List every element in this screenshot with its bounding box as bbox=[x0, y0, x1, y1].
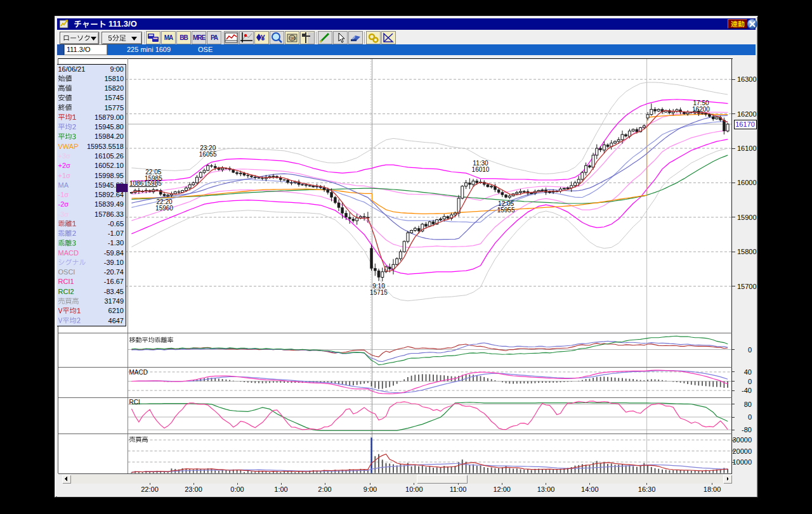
svg-text:13:00: 13:00 bbox=[537, 485, 555, 493]
svg-text:16200: 16200 bbox=[737, 110, 757, 118]
svg-text:16200: 16200 bbox=[692, 106, 710, 113]
svg-text:-20.74: -20.74 bbox=[104, 268, 124, 276]
svg-text:-2σ: -2σ bbox=[58, 200, 69, 208]
svg-text:-40: -40 bbox=[742, 387, 752, 394]
svg-text:MACD: MACD bbox=[129, 369, 148, 376]
svg-text:RCI2: RCI2 bbox=[58, 288, 74, 295]
svg-text:-1σ: -1σ bbox=[58, 191, 69, 198]
svg-text:15820: 15820 bbox=[104, 84, 124, 92]
svg-text:15879.00: 15879.00 bbox=[95, 113, 124, 121]
svg-text:9:00: 9:00 bbox=[110, 65, 124, 73]
svg-text:-59.84: -59.84 bbox=[104, 249, 124, 257]
svg-text:15810: 15810 bbox=[104, 75, 124, 82]
svg-text:4647: 4647 bbox=[108, 317, 124, 324]
svg-text:16105.26: 16105.26 bbox=[95, 152, 124, 160]
svg-text:-80: -80 bbox=[742, 426, 752, 434]
svg-text:20000: 20000 bbox=[732, 447, 752, 455]
svg-text:11:00: 11:00 bbox=[450, 485, 467, 493]
svg-text:12:00: 12:00 bbox=[493, 485, 511, 493]
svg-text:15998.95: 15998.95 bbox=[95, 172, 124, 179]
svg-text:1086: 1086 bbox=[129, 180, 144, 187]
svg-text:16055: 16055 bbox=[199, 151, 217, 158]
svg-text:30000: 30000 bbox=[732, 436, 752, 444]
svg-text:-3σ: -3σ bbox=[58, 210, 69, 218]
svg-text:15745: 15745 bbox=[104, 94, 124, 101]
svg-text:22:00: 22:00 bbox=[141, 485, 159, 493]
svg-text:0:00: 0:00 bbox=[230, 485, 244, 493]
svg-text:9:00: 9:00 bbox=[363, 485, 377, 493]
svg-text:31749: 31749 bbox=[104, 297, 124, 305]
svg-text:VWAP: VWAP bbox=[58, 143, 79, 150]
svg-text:18:00: 18:00 bbox=[704, 485, 721, 493]
svg-text:10:00: 10:00 bbox=[405, 485, 423, 493]
svg-text:-1.30: -1.30 bbox=[108, 239, 124, 247]
svg-text:15984.20: 15984.20 bbox=[95, 132, 124, 140]
svg-text:RCI1: RCI1 bbox=[58, 278, 74, 285]
svg-text:16170: 16170 bbox=[735, 120, 755, 128]
svg-text:15800: 15800 bbox=[737, 248, 757, 255]
svg-text:15775: 15775 bbox=[104, 104, 124, 112]
svg-text:-83.45: -83.45 bbox=[104, 288, 124, 295]
svg-text:16/06/21: 16/06/21 bbox=[58, 65, 86, 73]
svg-text:0: 0 bbox=[748, 346, 752, 354]
svg-text:15715: 15715 bbox=[370, 289, 388, 296]
svg-text:+3σ: +3σ bbox=[58, 152, 71, 160]
svg-text:15953.5518: 15953.5518 bbox=[87, 143, 124, 150]
svg-text:0: 0 bbox=[748, 413, 752, 421]
svg-text:16010: 16010 bbox=[472, 166, 490, 173]
svg-text:16100: 16100 bbox=[737, 145, 757, 152]
svg-text:OSCI: OSCI bbox=[58, 268, 75, 276]
svg-text:2:00: 2:00 bbox=[318, 485, 331, 493]
svg-text:90: 90 bbox=[291, 35, 296, 41]
svg-text:15900: 15900 bbox=[737, 214, 757, 221]
svg-text:¥: ¥ bbox=[261, 34, 265, 42]
svg-text:15892.64: 15892.64 bbox=[95, 191, 124, 198]
svg-text:MACD: MACD bbox=[58, 249, 79, 257]
svg-text:23:00: 23:00 bbox=[185, 485, 202, 493]
svg-text:+1σ: +1σ bbox=[58, 172, 71, 179]
svg-text:80: 80 bbox=[744, 401, 752, 408]
svg-text:RCI: RCI bbox=[129, 399, 140, 406]
svg-text:15839.49: 15839.49 bbox=[95, 200, 124, 208]
svg-text:16052.10: 16052.10 bbox=[95, 162, 124, 169]
svg-text:-1.07: -1.07 bbox=[108, 229, 124, 237]
svg-text:0: 0 bbox=[748, 378, 752, 385]
svg-text:MA: MA bbox=[58, 181, 69, 189]
svg-text:10000: 10000 bbox=[732, 458, 752, 466]
svg-text:40: 40 bbox=[744, 368, 752, 376]
svg-text:15786.33: 15786.33 bbox=[95, 210, 124, 218]
svg-text:-0.65: -0.65 bbox=[108, 220, 124, 228]
svg-text:16:30: 16:30 bbox=[638, 485, 656, 493]
svg-text:16000: 16000 bbox=[737, 179, 757, 186]
svg-text:6210: 6210 bbox=[108, 307, 124, 314]
svg-text:15945.80: 15945.80 bbox=[95, 123, 124, 131]
svg-text:15700: 15700 bbox=[737, 283, 757, 290]
svg-text:15955: 15955 bbox=[497, 207, 515, 214]
svg-text:-16.67: -16.67 bbox=[104, 278, 124, 285]
svg-text:1:00: 1:00 bbox=[274, 485, 287, 493]
svg-text:16300: 16300 bbox=[737, 75, 757, 83]
svg-text:15960: 15960 bbox=[155, 205, 173, 212]
svg-text:-39.10: -39.10 bbox=[104, 259, 124, 266]
svg-text:15985: 15985 bbox=[144, 180, 162, 187]
svg-text:14:00: 14:00 bbox=[581, 485, 599, 493]
svg-text:+2σ: +2σ bbox=[58, 162, 71, 169]
